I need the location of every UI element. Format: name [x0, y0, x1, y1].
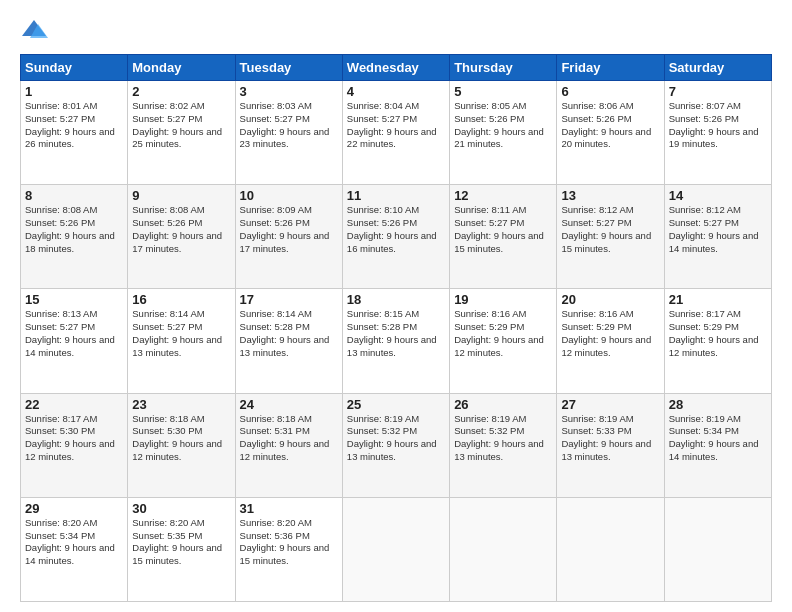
day-number: 5: [454, 84, 552, 99]
day-cell: 15Sunrise: 8:13 AMSunset: 5:27 PMDayligh…: [21, 289, 128, 393]
day-cell: 28Sunrise: 8:19 AMSunset: 5:34 PMDayligh…: [664, 393, 771, 497]
week-row-2: 8Sunrise: 8:08 AMSunset: 5:26 PMDaylight…: [21, 185, 772, 289]
day-cell: 10Sunrise: 8:09 AMSunset: 5:26 PMDayligh…: [235, 185, 342, 289]
day-info: Sunrise: 8:17 AMSunset: 5:29 PMDaylight:…: [669, 308, 759, 357]
day-number: 25: [347, 397, 445, 412]
day-number: 18: [347, 292, 445, 307]
day-number: 28: [669, 397, 767, 412]
day-info: Sunrise: 8:13 AMSunset: 5:27 PMDaylight:…: [25, 308, 115, 357]
day-cell: 18Sunrise: 8:15 AMSunset: 5:28 PMDayligh…: [342, 289, 449, 393]
day-info: Sunrise: 8:16 AMSunset: 5:29 PMDaylight:…: [454, 308, 544, 357]
day-cell: 29Sunrise: 8:20 AMSunset: 5:34 PMDayligh…: [21, 497, 128, 601]
logo: [20, 16, 52, 44]
day-number: 15: [25, 292, 123, 307]
day-info: Sunrise: 8:19 AMSunset: 5:34 PMDaylight:…: [669, 413, 759, 462]
day-info: Sunrise: 8:12 AMSunset: 5:27 PMDaylight:…: [669, 204, 759, 253]
day-number: 29: [25, 501, 123, 516]
day-number: 21: [669, 292, 767, 307]
col-header-thursday: Thursday: [450, 55, 557, 81]
day-cell: 24Sunrise: 8:18 AMSunset: 5:31 PMDayligh…: [235, 393, 342, 497]
day-info: Sunrise: 8:11 AMSunset: 5:27 PMDaylight:…: [454, 204, 544, 253]
day-info: Sunrise: 8:06 AMSunset: 5:26 PMDaylight:…: [561, 100, 651, 149]
day-info: Sunrise: 8:14 AMSunset: 5:28 PMDaylight:…: [240, 308, 330, 357]
col-header-friday: Friday: [557, 55, 664, 81]
day-info: Sunrise: 8:04 AMSunset: 5:27 PMDaylight:…: [347, 100, 437, 149]
week-row-1: 1Sunrise: 8:01 AMSunset: 5:27 PMDaylight…: [21, 81, 772, 185]
day-cell: 19Sunrise: 8:16 AMSunset: 5:29 PMDayligh…: [450, 289, 557, 393]
day-cell: 12Sunrise: 8:11 AMSunset: 5:27 PMDayligh…: [450, 185, 557, 289]
day-number: 23: [132, 397, 230, 412]
day-cell: 6Sunrise: 8:06 AMSunset: 5:26 PMDaylight…: [557, 81, 664, 185]
day-number: 7: [669, 84, 767, 99]
day-number: 30: [132, 501, 230, 516]
day-info: Sunrise: 8:20 AMSunset: 5:34 PMDaylight:…: [25, 517, 115, 566]
header: [20, 16, 772, 44]
day-info: Sunrise: 8:17 AMSunset: 5:30 PMDaylight:…: [25, 413, 115, 462]
day-info: Sunrise: 8:19 AMSunset: 5:32 PMDaylight:…: [454, 413, 544, 462]
col-header-monday: Monday: [128, 55, 235, 81]
col-header-sunday: Sunday: [21, 55, 128, 81]
day-info: Sunrise: 8:01 AMSunset: 5:27 PMDaylight:…: [25, 100, 115, 149]
day-number: 1: [25, 84, 123, 99]
day-cell: 11Sunrise: 8:10 AMSunset: 5:26 PMDayligh…: [342, 185, 449, 289]
day-number: 16: [132, 292, 230, 307]
day-number: 12: [454, 188, 552, 203]
day-cell: 20Sunrise: 8:16 AMSunset: 5:29 PMDayligh…: [557, 289, 664, 393]
day-cell: 17Sunrise: 8:14 AMSunset: 5:28 PMDayligh…: [235, 289, 342, 393]
day-cell: 26Sunrise: 8:19 AMSunset: 5:32 PMDayligh…: [450, 393, 557, 497]
day-cell: 31Sunrise: 8:20 AMSunset: 5:36 PMDayligh…: [235, 497, 342, 601]
day-number: 22: [25, 397, 123, 412]
day-info: Sunrise: 8:08 AMSunset: 5:26 PMDaylight:…: [132, 204, 222, 253]
day-cell: 25Sunrise: 8:19 AMSunset: 5:32 PMDayligh…: [342, 393, 449, 497]
week-row-4: 22Sunrise: 8:17 AMSunset: 5:30 PMDayligh…: [21, 393, 772, 497]
day-number: 20: [561, 292, 659, 307]
day-number: 10: [240, 188, 338, 203]
day-cell: 16Sunrise: 8:14 AMSunset: 5:27 PMDayligh…: [128, 289, 235, 393]
day-number: 14: [669, 188, 767, 203]
day-info: Sunrise: 8:03 AMSunset: 5:27 PMDaylight:…: [240, 100, 330, 149]
day-cell: [450, 497, 557, 601]
day-number: 24: [240, 397, 338, 412]
logo-icon: [20, 16, 48, 44]
day-cell: 3Sunrise: 8:03 AMSunset: 5:27 PMDaylight…: [235, 81, 342, 185]
day-number: 2: [132, 84, 230, 99]
day-info: Sunrise: 8:10 AMSunset: 5:26 PMDaylight:…: [347, 204, 437, 253]
day-cell: [664, 497, 771, 601]
col-header-wednesday: Wednesday: [342, 55, 449, 81]
day-number: 31: [240, 501, 338, 516]
day-cell: [342, 497, 449, 601]
day-cell: 4Sunrise: 8:04 AMSunset: 5:27 PMDaylight…: [342, 81, 449, 185]
day-number: 6: [561, 84, 659, 99]
col-header-saturday: Saturday: [664, 55, 771, 81]
page: SundayMondayTuesdayWednesdayThursdayFrid…: [0, 0, 792, 612]
day-info: Sunrise: 8:05 AMSunset: 5:26 PMDaylight:…: [454, 100, 544, 149]
day-cell: 1Sunrise: 8:01 AMSunset: 5:27 PMDaylight…: [21, 81, 128, 185]
day-info: Sunrise: 8:19 AMSunset: 5:32 PMDaylight:…: [347, 413, 437, 462]
day-cell: 5Sunrise: 8:05 AMSunset: 5:26 PMDaylight…: [450, 81, 557, 185]
day-cell: 13Sunrise: 8:12 AMSunset: 5:27 PMDayligh…: [557, 185, 664, 289]
day-cell: 27Sunrise: 8:19 AMSunset: 5:33 PMDayligh…: [557, 393, 664, 497]
day-cell: 14Sunrise: 8:12 AMSunset: 5:27 PMDayligh…: [664, 185, 771, 289]
day-info: Sunrise: 8:07 AMSunset: 5:26 PMDaylight:…: [669, 100, 759, 149]
calendar-table: SundayMondayTuesdayWednesdayThursdayFrid…: [20, 54, 772, 602]
day-number: 3: [240, 84, 338, 99]
day-info: Sunrise: 8:12 AMSunset: 5:27 PMDaylight:…: [561, 204, 651, 253]
day-info: Sunrise: 8:14 AMSunset: 5:27 PMDaylight:…: [132, 308, 222, 357]
week-row-3: 15Sunrise: 8:13 AMSunset: 5:27 PMDayligh…: [21, 289, 772, 393]
day-info: Sunrise: 8:19 AMSunset: 5:33 PMDaylight:…: [561, 413, 651, 462]
day-cell: 9Sunrise: 8:08 AMSunset: 5:26 PMDaylight…: [128, 185, 235, 289]
day-cell: 22Sunrise: 8:17 AMSunset: 5:30 PMDayligh…: [21, 393, 128, 497]
day-cell: 30Sunrise: 8:20 AMSunset: 5:35 PMDayligh…: [128, 497, 235, 601]
day-cell: [557, 497, 664, 601]
day-number: 9: [132, 188, 230, 203]
day-info: Sunrise: 8:02 AMSunset: 5:27 PMDaylight:…: [132, 100, 222, 149]
day-info: Sunrise: 8:16 AMSunset: 5:29 PMDaylight:…: [561, 308, 651, 357]
day-cell: 8Sunrise: 8:08 AMSunset: 5:26 PMDaylight…: [21, 185, 128, 289]
day-number: 13: [561, 188, 659, 203]
col-header-tuesday: Tuesday: [235, 55, 342, 81]
day-cell: 2Sunrise: 8:02 AMSunset: 5:27 PMDaylight…: [128, 81, 235, 185]
week-row-5: 29Sunrise: 8:20 AMSunset: 5:34 PMDayligh…: [21, 497, 772, 601]
day-number: 17: [240, 292, 338, 307]
day-info: Sunrise: 8:18 AMSunset: 5:31 PMDaylight:…: [240, 413, 330, 462]
day-number: 26: [454, 397, 552, 412]
